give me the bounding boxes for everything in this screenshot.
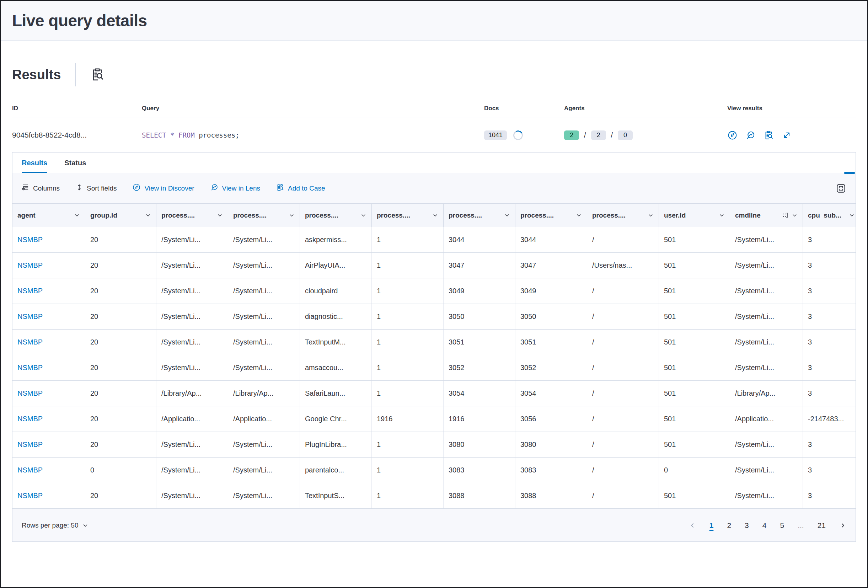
column-header-groupid[interactable]: group.id (85, 204, 156, 227)
page-button-5[interactable]: 5 (780, 521, 784, 530)
column-header-agent[interactable]: agent (12, 204, 85, 227)
cell: PlugInLibra... (300, 432, 372, 457)
cell: / (587, 278, 659, 304)
page-button-3[interactable]: 3 (745, 521, 749, 530)
agent-link[interactable]: NSMBP (12, 381, 85, 406)
view-in-lens-button[interactable]: View in Lens (210, 183, 260, 194)
page-title: Live query details (12, 11, 147, 30)
chevron-down-icon[interactable] (719, 212, 725, 218)
open-in-new-icon[interactable] (782, 130, 792, 140)
cell: /System/Li... (228, 329, 300, 355)
page-header: Live query details (1, 1, 867, 41)
agent-link[interactable]: NSMBP (12, 278, 85, 304)
cell: 3 (803, 329, 856, 355)
column-header-process[interactable]: process.... (300, 204, 372, 227)
cell: 501 (659, 227, 730, 253)
cell: Google Chr... (300, 406, 372, 431)
agent-link[interactable]: NSMBP (12, 329, 85, 355)
summary-col-agents: Agents (564, 105, 727, 112)
cell: 3044 (444, 227, 515, 253)
cell: /System/Li... (156, 355, 228, 380)
agent-link[interactable]: NSMBP (12, 406, 85, 431)
chevron-down-icon[interactable] (145, 212, 151, 218)
previous-page-button[interactable] (689, 522, 696, 529)
lens-icon[interactable] (745, 130, 756, 140)
cell: /Applicatio... (156, 406, 228, 431)
agent-link[interactable]: NSMBP (12, 227, 85, 253)
column-header-label: process.... (520, 211, 576, 219)
column-header-label: process.... (305, 211, 360, 219)
agent-link[interactable]: NSMBP (12, 253, 85, 278)
column-header-process[interactable]: process.... (515, 204, 587, 227)
agent-link[interactable]: NSMBP (12, 432, 85, 457)
column-header-process[interactable]: process.... (372, 204, 444, 227)
columns-button[interactable]: Columns (22, 183, 60, 193)
add-to-case-button[interactable]: Add to Case (276, 183, 325, 194)
results-panel: Results Status Columns (12, 152, 856, 542)
chevron-down-icon[interactable] (648, 212, 654, 218)
sort-fields-button[interactable]: Sort fields (75, 183, 117, 193)
cell: /System/Li... (730, 355, 803, 380)
table-row: NSMBP20/System/Li.../System/Li...TextInp… (12, 483, 856, 509)
chevron-down-icon[interactable] (217, 212, 223, 218)
column-header-process[interactable]: process.... (587, 204, 659, 227)
cell: 3049 (444, 278, 515, 304)
tab-results[interactable]: Results (22, 159, 47, 173)
grid-body: NSMBP20/System/Li.../System/Li...askperm… (12, 227, 856, 509)
cell: 3047 (444, 253, 515, 278)
cell: /System/Li... (730, 253, 803, 278)
cell: 0 (85, 458, 156, 483)
chevron-down-icon[interactable] (74, 212, 80, 218)
summary-col-view-results: View results (727, 105, 856, 112)
agent-link[interactable]: NSMBP (12, 355, 85, 380)
column-header-cmdline[interactable]: cmdline (730, 204, 803, 227)
cell: /Applicatio... (228, 406, 300, 431)
view-in-discover-button[interactable]: View in Discover (132, 183, 194, 194)
add-to-case-icon[interactable] (763, 130, 774, 140)
page-button-21[interactable]: 21 (818, 521, 826, 530)
cell: /Library/Ap... (228, 381, 300, 406)
summary-col-docs: Docs (484, 105, 564, 112)
scrollbar-thumb[interactable] (844, 172, 855, 174)
grid-header-row: agentgroup.idprocess....process....proce… (12, 204, 856, 227)
sql-text: processes; (199, 131, 239, 139)
cell: /System/Li... (156, 483, 228, 508)
column-header-userid[interactable]: user.id (659, 204, 730, 227)
page-button-2[interactable]: 2 (727, 521, 731, 530)
cell: 1 (372, 381, 444, 406)
cell: 1 (372, 355, 444, 380)
cell: /System/Li... (228, 355, 300, 380)
tab-status[interactable]: Status (64, 159, 86, 173)
add-to-case-label: Add to Case (288, 185, 325, 192)
page-button-1[interactable]: 1 (710, 521, 714, 530)
column-move-icon-and-chevron-down-icon[interactable] (782, 212, 798, 219)
cell: /System/Li... (156, 253, 228, 278)
chevron-down-icon[interactable] (289, 212, 295, 218)
cell: 20 (85, 432, 156, 457)
column-header-process[interactable]: process.... (156, 204, 228, 227)
column-header-process[interactable]: process.... (228, 204, 300, 227)
live-query-details-screen: Live query details Results ID Query Docs (0, 0, 868, 588)
chevron-down-icon[interactable] (432, 212, 438, 218)
agent-link[interactable]: NSMBP (12, 483, 85, 508)
cell: 3051 (515, 329, 587, 355)
next-page-button[interactable] (839, 522, 846, 529)
agent-link[interactable]: NSMBP (12, 304, 85, 329)
chevron-down-icon[interactable] (576, 212, 582, 218)
fullscreen-button[interactable] (836, 183, 846, 194)
column-header-cpu_sub[interactable]: cpu_sub... (803, 204, 856, 227)
rows-per-page-select[interactable]: Rows per page: 50 (22, 522, 89, 529)
page-button-4[interactable]: 4 (762, 521, 767, 530)
cell: / (587, 329, 659, 355)
cell: amsaccou... (300, 355, 372, 380)
agent-link[interactable]: NSMBP (12, 458, 85, 483)
chevron-down-icon[interactable] (849, 212, 855, 218)
chevron-down-icon[interactable] (360, 212, 366, 218)
column-header-label: user.id (664, 211, 719, 219)
discover-icon[interactable] (727, 130, 738, 140)
column-header-process[interactable]: process.... (444, 204, 515, 227)
chevron-down-icon[interactable] (504, 212, 510, 218)
cell: 20 (85, 483, 156, 508)
column-header-label: process.... (377, 211, 432, 219)
agents-success-badge: 2 (564, 130, 579, 140)
